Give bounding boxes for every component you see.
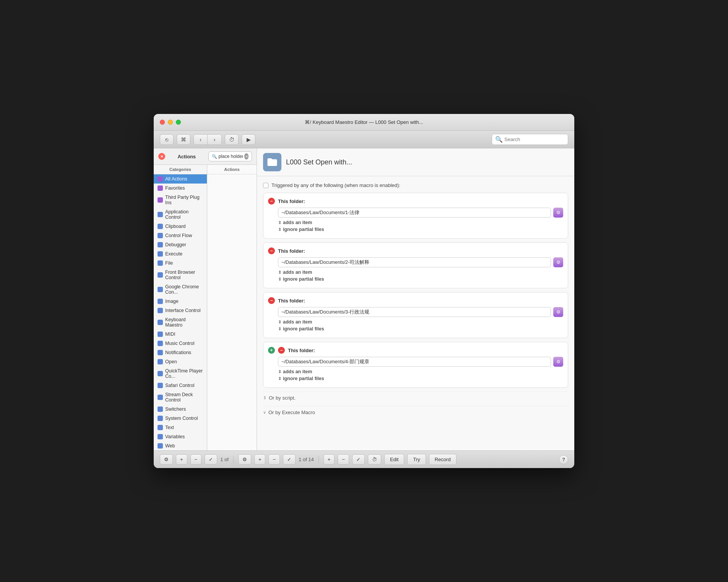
left-remove-button[interactable]: − — [190, 454, 202, 465]
sidebar-item-file[interactable]: File — [154, 258, 207, 268]
left-settings-button[interactable]: ⚙ — [160, 454, 173, 465]
edit-button[interactable]: Edit — [384, 454, 404, 465]
help-button[interactable]: ? — [559, 455, 568, 464]
sidebar-item-control-flow[interactable]: Control Flow — [154, 231, 207, 240]
sidebar-item-switchers[interactable]: Switchers — [154, 405, 207, 414]
sidebar-item-stream-deck[interactable]: Stream Deck Control — [154, 390, 207, 405]
try-button[interactable]: Try — [407, 454, 426, 465]
folder-remove-button[interactable]: − — [268, 247, 275, 254]
folder-path-input[interactable] — [278, 307, 551, 317]
bottom-divider-1 — [233, 456, 234, 463]
trigger-header: Triggered by any of the following (when … — [263, 182, 568, 188]
bottom-bar: ⚙ + − ✓ 1 of ⚙ + − ✓ 1 of 14 + − ✓ ⏱ Edi… — [154, 450, 574, 468]
folder-remove-button[interactable]: − — [268, 297, 275, 304]
mid-count: 1 of 14 — [299, 457, 314, 462]
folder-path-row: ⚙ — [278, 208, 563, 218]
category-label: Stream Deck Control — [165, 392, 203, 403]
folder-settings-button[interactable]: ⚙ — [553, 357, 563, 367]
sidebar-item-interface-control[interactable]: Interface Control — [154, 306, 207, 315]
folder-path-input[interactable] — [278, 208, 551, 218]
sidebar-title: Actions — [168, 154, 205, 159]
sidebar-item-app-control[interactable]: Application Control — [154, 207, 207, 222]
sidebar-item-text[interactable]: Text — [154, 423, 207, 432]
category-icon — [158, 383, 163, 388]
left-add-button[interactable]: + — [176, 454, 187, 465]
category-label: Debugger — [165, 242, 186, 247]
sidebar-item-web[interactable]: Web — [154, 441, 207, 450]
ignore-label: ignore partial files — [283, 227, 324, 232]
script-row: ⇕ Or by script. — [263, 392, 568, 402]
category-icon — [158, 287, 163, 292]
category-icon — [158, 416, 163, 421]
search-clear-button[interactable]: ✕ — [244, 153, 249, 159]
sidebar-item-variables[interactable]: Variables — [154, 432, 207, 441]
folder-add-button[interactable]: + — [268, 347, 275, 354]
cmd-button[interactable]: ⌘ — [177, 134, 190, 145]
mid-settings-button[interactable]: ⚙ — [238, 454, 251, 465]
sidebar-item-google-chrome[interactable]: Google Chrome Con... — [154, 282, 207, 297]
sidebar-item-system-control[interactable]: System Control — [154, 414, 207, 423]
folder-remove-button[interactable]: − — [268, 198, 275, 205]
action-check-button[interactable]: ✓ — [352, 454, 365, 465]
folder-path-input[interactable] — [278, 257, 551, 267]
sidebar-item-clipboard[interactable]: Clipboard — [154, 222, 207, 231]
action-add-button[interactable]: + — [323, 454, 335, 465]
close-button[interactable] — [160, 120, 165, 125]
folder-settings-button[interactable]: ⚙ — [553, 257, 563, 267]
sidebar-item-image[interactable]: Image — [154, 297, 207, 306]
mid-remove-button[interactable]: − — [268, 454, 280, 465]
sidebar-item-keyboard-maestro[interactable]: Keyboard Maestro — [154, 315, 207, 330]
toolbar-search-input[interactable] — [504, 137, 565, 142]
category-icon — [158, 332, 163, 337]
left-check-button[interactable]: ✓ — [205, 454, 217, 465]
forward-button[interactable]: › — [208, 135, 221, 145]
mid-add-button[interactable]: + — [254, 454, 266, 465]
adds-label: adds an item — [283, 270, 312, 275]
sidebar-item-debugger[interactable]: Debugger — [154, 240, 207, 249]
play-icon: ▶ — [247, 137, 251, 143]
back-button[interactable]: ‹ — [194, 135, 208, 145]
share-button[interactable]: ⎋ — [160, 134, 174, 145]
folder-remove-button[interactable]: − — [278, 347, 285, 354]
right-panel: L000 Set Open with... Triggered by any o… — [257, 148, 574, 450]
sidebar-item-front-browser[interactable]: Front Browser Control — [154, 268, 207, 282]
sidebar-item-favorites[interactable]: Favorites — [154, 184, 207, 193]
window-title: ⌘/ Keyboard Maestro Editor — L000 Set Op… — [305, 119, 423, 125]
sidebar-item-safari[interactable]: Safari Control — [154, 381, 207, 390]
sidebar-item-execute[interactable]: Execute — [154, 249, 207, 258]
trigger-checkbox[interactable] — [263, 183, 268, 188]
play-button[interactable]: ▶ — [242, 134, 255, 145]
category-label: Image — [165, 299, 179, 304]
sidebar-item-third-party[interactable]: Third Party Plug Ins — [154, 193, 207, 207]
sidebar-header: ✕ Actions 🔍 ✕ — [154, 148, 257, 165]
category-label: Keyboard Maestro — [165, 317, 203, 328]
record-button[interactable]: Record — [429, 454, 457, 465]
action-remove-button[interactable]: − — [338, 454, 349, 465]
sidebar-item-midi[interactable]: MIDI — [154, 330, 207, 339]
folder-path-input[interactable] — [278, 357, 551, 367]
category-icon — [158, 299, 163, 304]
ignore-arrow-icon: ⇕ — [278, 227, 281, 232]
sidebar-item-music-control[interactable]: Music Control — [154, 339, 207, 348]
category-label: Google Chrome Con... — [165, 284, 203, 295]
mid-check-button[interactable]: ✓ — [283, 454, 296, 465]
clock-button[interactable]: ⏱ — [225, 134, 239, 145]
toolbar-search[interactable]: 🔍 — [492, 134, 568, 145]
sidebar-item-open[interactable]: Open — [154, 357, 207, 366]
category-icon — [158, 212, 163, 217]
minimize-button[interactable] — [168, 120, 173, 125]
sidebar-search-input[interactable] — [219, 154, 243, 159]
folder-settings-button[interactable]: ⚙ — [553, 208, 563, 218]
category-label: Application Control — [165, 209, 203, 220]
sidebar-item-all-actions[interactable]: All Actions — [154, 174, 207, 184]
action-clock-button[interactable]: ⏱ — [368, 454, 381, 465]
category-label: Favorites — [165, 185, 185, 191]
folder-settings-button[interactable]: ⚙ — [553, 307, 563, 317]
maximize-button[interactable] — [176, 120, 181, 125]
sidebar-close-button[interactable]: ✕ — [158, 153, 165, 160]
sidebar-item-quicktime[interactable]: QuickTime Player Co... — [154, 366, 207, 381]
ignore-label: ignore partial files — [283, 326, 324, 332]
sidebar-item-notifications[interactable]: Notifications — [154, 348, 207, 357]
sidebar-search-field[interactable]: 🔍 ✕ — [208, 151, 252, 161]
titlebar: ⌘/ Keyboard Maestro Editor — L000 Set Op… — [154, 114, 574, 131]
